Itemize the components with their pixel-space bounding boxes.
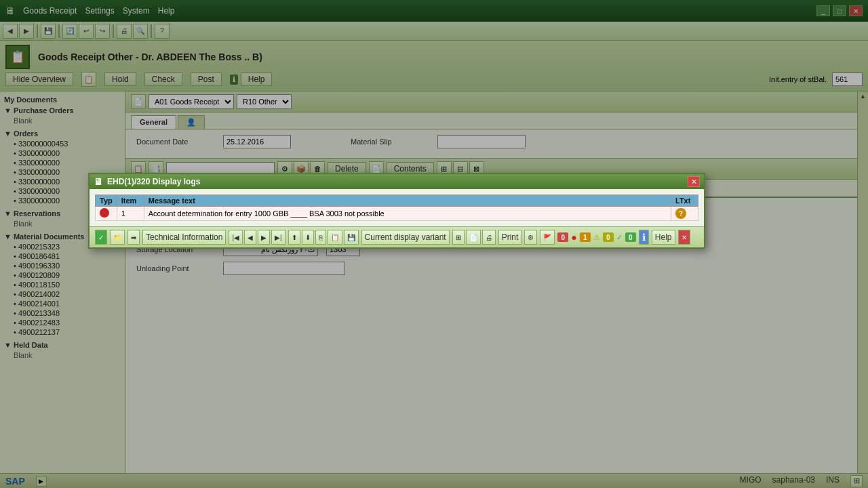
col-item: Item bbox=[117, 195, 144, 207]
ok-icon: ✓ bbox=[616, 233, 623, 242]
count-yellow: 0 bbox=[603, 232, 614, 242]
folder-btn[interactable]: 📁 bbox=[110, 230, 125, 245]
dialog-titlebar: 🖥 EHD(1)/320 Display logs ✕ bbox=[90, 174, 704, 189]
dialog-help-btn[interactable]: Help bbox=[652, 230, 675, 245]
row-ltxt: ? bbox=[671, 207, 698, 221]
current-display-btn[interactable]: Current display variant bbox=[361, 230, 450, 245]
action-buttons: ⬆ ⬇ ⎘ 📋 💾 bbox=[288, 230, 359, 245]
row-item: 1 bbox=[117, 207, 144, 221]
dialog-title: 🖥 EHD(1)/320 Display logs bbox=[94, 176, 200, 187]
nav-prev[interactable]: ◀ bbox=[244, 230, 256, 245]
action-4[interactable]: 📋 bbox=[328, 230, 342, 245]
technical-info-label: Technical Information bbox=[146, 232, 222, 242]
log-table: Typ Item Message text LTxt 1 Account det… bbox=[95, 195, 698, 221]
info-btn[interactable]: ℹ bbox=[639, 230, 649, 245]
dialog-cancel-btn[interactable]: ✕ bbox=[678, 230, 690, 245]
row-message: Account determination for entry 1000 GBB… bbox=[144, 207, 671, 221]
count-indicators: ⚙ 🚩 0 ● 1 ⚠ 0 ✓ 0 bbox=[524, 230, 635, 245]
nav-last[interactable]: ▶| bbox=[271, 230, 285, 245]
table-row: 1 Account determination for entry 1000 G… bbox=[96, 207, 698, 221]
copy-2[interactable]: 📄 bbox=[466, 230, 481, 245]
nav-next[interactable]: ▶ bbox=[258, 230, 270, 245]
col-typ: Typ bbox=[96, 195, 117, 207]
checkmark-btn[interactable]: ✓ bbox=[95, 230, 107, 245]
action-2[interactable]: ⬇ bbox=[302, 230, 314, 245]
dialog-footer: ✓ 📁 ➡ Technical Information |◀ ◀ ▶ ▶| ⬆ … bbox=[90, 226, 704, 247]
question-icon[interactable]: ? bbox=[675, 208, 686, 219]
copy-buttons: ⊞ 📄 🖨 bbox=[452, 230, 496, 245]
flag-icon[interactable]: 🚩 bbox=[540, 230, 555, 245]
error-indicator bbox=[100, 208, 109, 218]
dialog-close-button[interactable]: ✕ bbox=[688, 176, 700, 187]
warning-icon: ⚠ bbox=[593, 233, 600, 242]
arrow-btn[interactable]: ➡ bbox=[127, 230, 140, 245]
col-ltxt: LTxt bbox=[671, 195, 698, 207]
count-green: 0 bbox=[625, 232, 636, 242]
display-logs-dialog: 🖥 EHD(1)/320 Display logs ✕ Typ Item Mes… bbox=[88, 173, 705, 249]
red-dot-icon: ● bbox=[571, 232, 576, 243]
copy-3[interactable]: 🖨 bbox=[482, 230, 496, 245]
nav-buttons: |◀ ◀ ▶ ▶| bbox=[229, 230, 285, 245]
technical-info-btn[interactable]: Technical Information bbox=[142, 230, 226, 245]
action-1[interactable]: ⬆ bbox=[288, 230, 300, 245]
current-display-label: Current display variant bbox=[365, 232, 446, 242]
count-icon[interactable]: ⚙ bbox=[524, 230, 537, 245]
dialog-body: Typ Item Message text LTxt 1 Account det… bbox=[90, 189, 704, 226]
action-3[interactable]: ⎘ bbox=[315, 230, 326, 245]
count-red: 0 bbox=[557, 232, 568, 242]
print-btn[interactable]: Print bbox=[498, 230, 522, 245]
row-typ bbox=[96, 207, 117, 221]
col-message: Message text bbox=[144, 195, 671, 207]
count-orange: 1 bbox=[580, 232, 591, 242]
copy-1[interactable]: ⊞ bbox=[452, 230, 465, 245]
action-5[interactable]: 💾 bbox=[344, 230, 359, 245]
nav-first[interactable]: |◀ bbox=[229, 230, 243, 245]
